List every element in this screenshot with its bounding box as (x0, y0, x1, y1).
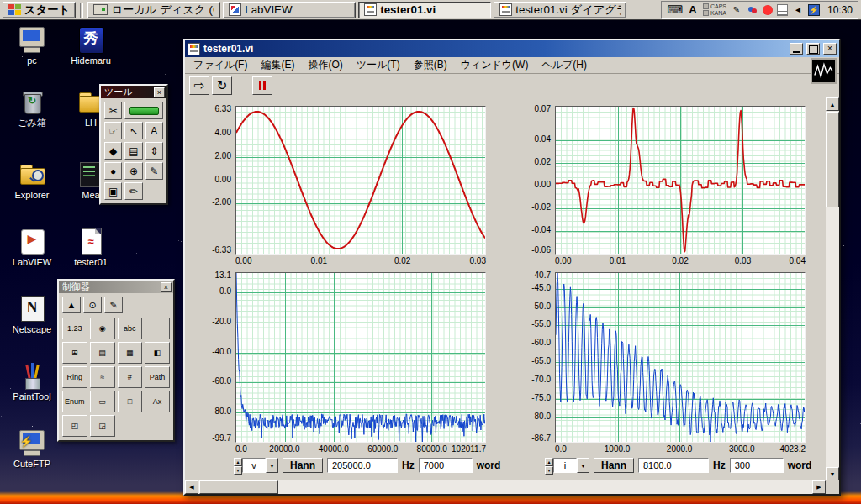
control-cell-3[interactable] (145, 318, 170, 339)
sample-rate-field-left[interactable]: 205000.0 (327, 458, 398, 473)
control-cell-0[interactable]: 1.23 (62, 318, 87, 339)
palette-edit-button[interactable]: ✎ (104, 297, 123, 313)
controls-palette-titlebar[interactable]: 制御器 × (59, 281, 173, 293)
horizontal-scroll-thumb[interactable] (199, 480, 278, 494)
tool-cell-7[interactable]: ⇕ (145, 142, 163, 160)
horizontal-scroll-track[interactable] (198, 480, 812, 494)
control-cell-8[interactable]: Ring (62, 366, 87, 388)
tool-cell-1[interactable] (124, 102, 163, 119)
desktop-icon-pc[interactable]: pc (5, 25, 59, 66)
desktop-icon-explorer[interactable]: Explorer (5, 160, 59, 200)
battery-icon[interactable]: ⚡ (808, 4, 820, 16)
keyboard-icon[interactable]: ⌨ (667, 3, 683, 16)
control-cell-9[interactable]: ≈ (90, 366, 115, 388)
menu-tools[interactable]: ツール(T) (350, 57, 407, 73)
signal-ring-selector-left[interactable]: ▴▾ v ▼ (234, 458, 278, 473)
maximize-button[interactable] (806, 43, 820, 55)
signal-ring-selector-right[interactable]: ▴▾ i ▼ (545, 458, 589, 473)
ring-dropdown-arrow[interactable]: ▼ (577, 458, 589, 473)
control-cell-17[interactable]: ◲ (90, 415, 115, 437)
tool-cell-6[interactable]: ▤ (124, 142, 142, 160)
control-cell-2[interactable]: abc (118, 318, 143, 339)
control-cell-6[interactable]: ▦ (118, 342, 143, 364)
tool-cell-9[interactable]: ⊕ (124, 162, 142, 180)
vertical-scroll-track[interactable] (826, 111, 839, 467)
control-cell-1[interactable]: ◉ (90, 318, 115, 339)
window-function-selector-right[interactable]: Hann (594, 458, 634, 473)
run-button[interactable]: ⇨ (189, 76, 209, 95)
window-titlebar[interactable]: tester01.vi × (185, 40, 839, 57)
tool-cell-2[interactable]: ☞ (104, 122, 122, 139)
scheduler-icon[interactable] (777, 4, 788, 16)
menu-browse[interactable]: 参照(B) (407, 57, 454, 73)
sample-rate-field-right[interactable]: 8100.0 (638, 458, 709, 473)
increment-decrement[interactable]: ▴▾ (234, 458, 242, 473)
close-button[interactable]: × (823, 43, 837, 55)
clock[interactable]: 10:30 (824, 4, 853, 16)
menu-help[interactable]: ヘルプ(H) (535, 57, 594, 73)
word-count-field-right[interactable]: 300 (730, 458, 784, 473)
tool-cell-0[interactable]: ✂ (104, 102, 122, 119)
vertical-scrollbar[interactable]: ▲ ▼ (826, 97, 839, 480)
users-icon[interactable] (747, 4, 758, 16)
control-cell-10[interactable]: # (118, 366, 143, 388)
scroll-up-button[interactable]: ▲ (826, 97, 839, 111)
pause-button[interactable] (252, 76, 272, 95)
antivirus-icon[interactable] (763, 5, 773, 15)
plot-area[interactable] (235, 106, 486, 255)
control-cell-12[interactable]: Enum (62, 391, 87, 412)
scroll-left-button[interactable]: ◀ (185, 480, 198, 494)
controls-palette-close-button[interactable]: × (161, 282, 172, 292)
horizontal-scrollbar[interactable]: ◀ ▶ (185, 480, 826, 494)
control-cell-5[interactable]: ▤ (90, 342, 115, 364)
control-cell-11[interactable]: Path (145, 366, 170, 388)
menu-file[interactable]: ファイル(F) (187, 57, 254, 73)
desktop-icon-recycle-bin[interactable]: ↻ ごみ箱 (5, 87, 59, 128)
minimize-button[interactable] (790, 43, 803, 55)
task-button-tester01-diagram[interactable]: tester01.vi ダイアグラム (494, 2, 626, 18)
tools-palette-close-button[interactable]: × (154, 87, 165, 97)
tool-cell-8[interactable]: ● (104, 162, 122, 180)
desktop-icon-painttool[interactable]: PaintTool (5, 361, 59, 402)
run-continuous-button[interactable]: ↻ (212, 76, 232, 95)
plot-area[interactable] (555, 272, 806, 443)
control-cell-15[interactable]: Ax (145, 391, 170, 412)
control-cell-7[interactable]: ◧ (145, 342, 170, 364)
menu-operate[interactable]: 操作(O) (301, 57, 349, 73)
desktop-icon-labview[interactable]: ▶ LabVIEW (5, 227, 59, 267)
volume-icon[interactable]: ◄ (792, 4, 804, 16)
desktop-icon-netscape[interactable]: N Netscape (5, 294, 59, 334)
plot-area[interactable] (555, 106, 806, 255)
pen-icon[interactable]: ✎ (731, 4, 742, 16)
control-cell-13[interactable]: ▭ (90, 391, 115, 412)
plot-area[interactable] (235, 272, 486, 443)
menu-edit[interactable]: 編集(E) (254, 57, 301, 73)
task-button-tester01-vi[interactable]: tester01.vi (358, 2, 491, 18)
start-button[interactable]: スタート (3, 2, 76, 18)
panel-waveform-icon[interactable] (811, 58, 837, 84)
menu-window[interactable]: ウィンドウ(W) (454, 57, 536, 73)
tool-cell-12[interactable]: ✏ (124, 182, 142, 200)
tool-cell-4[interactable]: A (145, 122, 163, 139)
desktop-icon-tester01[interactable]: ≈ tester01 (64, 227, 118, 267)
palette-search-button[interactable]: ⊙ (83, 297, 102, 313)
desktop-icon-cuteftp[interactable]: ⚡ CuteFTP (5, 428, 59, 469)
tool-cell-3[interactable]: ↖ (124, 122, 142, 139)
scroll-right-button[interactable]: ▶ (812, 480, 826, 494)
word-count-field-left[interactable]: 7000 (419, 458, 473, 473)
desktop-icon-hidemaru[interactable]: 秀 Hidemaru (64, 25, 118, 66)
tools-palette-titlebar[interactable]: ツール × (101, 86, 166, 98)
palette-up-button[interactable]: ▲ (62, 297, 81, 313)
increment-decrement[interactable]: ▴▾ (545, 458, 553, 473)
ime-mode-indicator[interactable]: A (687, 3, 699, 16)
tool-cell-10[interactable]: ✎ (145, 162, 163, 180)
ring-dropdown-arrow[interactable]: ▼ (266, 458, 278, 473)
task-button-labview[interactable]: LabVIEW (223, 2, 356, 18)
vertical-scroll-thumb[interactable] (826, 112, 839, 207)
control-cell-4[interactable]: ⊞ (62, 342, 87, 364)
tool-cell-5[interactable]: ◆ (104, 142, 122, 160)
window-function-selector-left[interactable]: Hann (283, 458, 323, 473)
task-button-local-disk[interactable]: ローカル ディスク (C:) (87, 2, 220, 18)
control-cell-16[interactable]: ◰ (62, 415, 87, 437)
control-cell-14[interactable]: □ (118, 391, 143, 412)
